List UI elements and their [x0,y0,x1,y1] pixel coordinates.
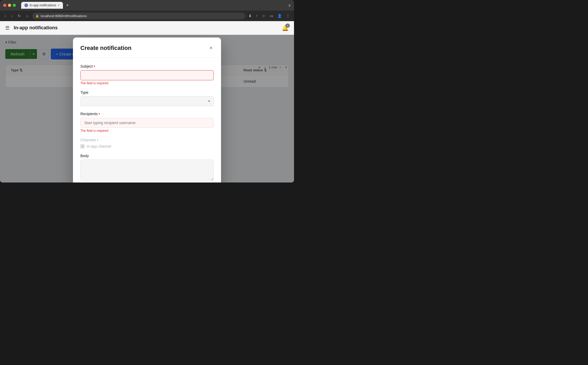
modal-overlay[interactable]: Create notification × Subject • The fiel… [0,35,294,182]
recipients-field-group: Recipients • The field is required [80,111,214,133]
modal-close-button[interactable]: × [208,44,214,52]
type-select-wrapper: ▾ [80,96,214,106]
maximize-button[interactable] [13,4,16,7]
recipients-label: Recipients • [80,111,214,116]
tab-close-button[interactable]: × [58,3,60,7]
app-header: ☰ In-app notifications 🔔 0 [0,21,294,35]
tab-title: In-app notifications [30,3,56,7]
back-button[interactable]: ‹ [3,13,8,19]
tab-favicon [24,3,28,7]
address-bar: ‹ › ↻ ⌂ 🔒 localhost:8080/ntf/notificatio… [0,11,294,21]
forward-button[interactable]: › [10,13,14,19]
download-icon[interactable]: ⬇ [247,13,253,19]
inapp-channel-checkbox[interactable]: ✓ [80,144,85,148]
url-bar[interactable]: 🔒 localhost:8080/ntf/notifications [32,13,245,19]
hamburger-menu-icon[interactable]: ☰ [5,25,10,31]
notification-bell[interactable]: 🔔 0 [282,25,289,31]
subject-required-indicator: • [94,64,95,69]
recipients-required-indicator: • [98,111,100,116]
home-button[interactable]: ⌂ [25,13,30,19]
sidebar-icon[interactable]: ▭ [269,13,274,19]
close-button[interactable] [3,4,6,7]
subject-label: Subject • [80,64,214,69]
type-label: Type [80,90,214,95]
inapp-channel-label: In-app channel [87,144,111,148]
modal-header: Create notification × [73,38,221,58]
bookmark-icon[interactable]: ☆ [261,13,267,19]
url-text: localhost:8080/ntf/notifications [41,14,87,18]
subject-field-group: Subject • The field is required [80,64,214,85]
recipients-error-message: The field is required [80,129,214,133]
create-notification-modal: Create notification × Subject • The fiel… [73,38,221,182]
body-label: Body [80,154,214,158]
body-input[interactable] [80,160,214,181]
refresh-button[interactable]: ↻ [16,13,22,19]
menu-icon[interactable]: ⋮ [285,13,291,19]
notification-badge: 0 [286,24,290,28]
share-icon[interactable]: ↑ [255,13,259,19]
type-select[interactable] [80,96,214,106]
inapp-channel-option: ✓ In-app channel [80,144,214,148]
body-field-group: Body [80,154,214,182]
subject-input[interactable] [80,70,214,80]
type-field-group: Type ▾ [80,90,214,106]
modal-title: Create notification [80,45,131,52]
traffic-lights [3,4,16,7]
main-content: ☰ In-app notifications 🔔 0 ▾ Filter Refr… [0,21,294,182]
channels-required-indicator: • [97,138,98,142]
tab-menu-button[interactable]: ∨ [288,3,291,7]
subject-error-message: The field is required [80,81,214,85]
modal-body: Subject • The field is required Type [73,58,221,182]
title-bar: In-app notifications × + ∨ [0,0,294,11]
page-content: ▾ Filter Refresh ▾ ⚙ + Create notificati… [0,35,294,182]
profile-icon[interactable]: 👤 [276,13,283,19]
tab-bar: In-app notifications × + [21,2,286,9]
recipients-input[interactable] [80,118,214,128]
active-tab[interactable]: In-app notifications × [21,2,63,9]
channels-label: Channels • [80,138,214,142]
app-title: In-app notifications [14,25,58,31]
channels-section: Channels • ✓ In-app channel [80,138,214,148]
minimize-button[interactable] [8,4,11,7]
new-tab-button[interactable]: + [64,2,71,9]
lock-icon: 🔒 [35,14,39,18]
browser-toolbar-right: ⬇ ↑ ☆ ▭ 👤 ⋮ [247,13,291,19]
